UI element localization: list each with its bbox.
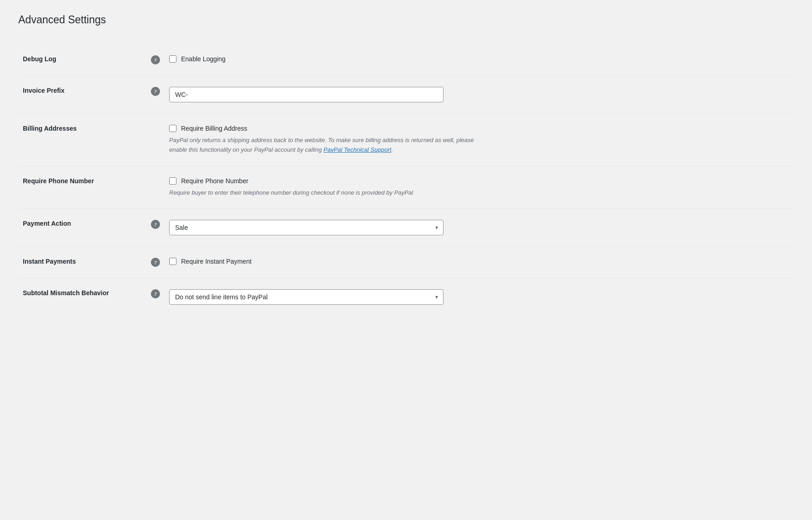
- debug-log-checkbox-row: Enable Logging: [169, 55, 789, 63]
- settings-table: Debug Log ? Enable Logging Invoice Prefi…: [18, 44, 794, 316]
- debug-log-row: Debug Log ? Enable Logging: [18, 44, 794, 76]
- require-phone-checkbox-label[interactable]: Require Phone Number: [181, 177, 248, 185]
- invoice-prefix-input[interactable]: [169, 87, 443, 102]
- billing-address-checkbox[interactable]: [169, 125, 176, 132]
- billing-addresses-description: PayPal only returns a shipping address b…: [169, 136, 489, 155]
- billing-address-checkbox-label[interactable]: Require Billing Address: [181, 125, 247, 132]
- invoice-prefix-label: Invoice Prefix: [23, 87, 64, 94]
- instant-payments-checkbox[interactable]: [169, 258, 176, 265]
- instant-payments-row: Instant Payments ? Require Instant Payme…: [18, 247, 794, 278]
- require-phone-checkbox-row: Require Phone Number: [169, 177, 789, 185]
- subtotal-mismatch-help-icon[interactable]: ?: [151, 289, 160, 298]
- subtotal-mismatch-row: Subtotal Mismatch Behavior ? Do not send…: [18, 278, 794, 316]
- payment-action-select-wrapper: Sale Authorize Order ▾: [169, 220, 443, 235]
- invoice-prefix-help-icon[interactable]: ?: [151, 87, 160, 96]
- page-title: Advanced Settings: [18, 14, 794, 31]
- instant-payments-checkbox-row: Require Instant Payment: [169, 258, 789, 265]
- require-phone-checkbox[interactable]: [169, 177, 176, 185]
- billing-addresses-label: Billing Addresses: [23, 125, 77, 132]
- billing-addresses-checkbox-row: Require Billing Address: [169, 125, 789, 132]
- payment-action-row: Payment Action ? Sale Authorize Order ▾: [18, 209, 794, 247]
- billing-addresses-row: Billing Addresses Require Billing Addres…: [18, 114, 794, 166]
- debug-log-help-icon[interactable]: ?: [151, 55, 160, 64]
- instant-payments-help-icon[interactable]: ?: [151, 258, 160, 267]
- debug-log-checkbox-label[interactable]: Enable Logging: [181, 55, 225, 63]
- subtotal-mismatch-select[interactable]: Do not send line items to PayPal Add an …: [169, 289, 443, 305]
- require-phone-row: Require Phone Number Require Phone Numbe…: [18, 166, 794, 209]
- invoice-prefix-row: Invoice Prefix ?: [18, 76, 794, 114]
- debug-log-label: Debug Log: [23, 55, 56, 63]
- require-phone-description: Require buyer to enter their telephone n…: [169, 188, 489, 198]
- require-phone-label: Require Phone Number: [23, 177, 94, 185]
- subtotal-mismatch-select-wrapper: Do not send line items to PayPal Add an …: [169, 289, 443, 305]
- paypal-support-link[interactable]: PayPal Technical Support: [323, 146, 391, 153]
- payment-action-help-icon[interactable]: ?: [151, 220, 160, 229]
- subtotal-mismatch-label: Subtotal Mismatch Behavior: [23, 289, 109, 297]
- debug-log-checkbox[interactable]: [169, 55, 176, 63]
- instant-payments-label: Instant Payments: [23, 258, 76, 265]
- payment-action-label: Payment Action: [23, 220, 71, 227]
- instant-payments-checkbox-label[interactable]: Require Instant Payment: [181, 258, 251, 265]
- payment-action-select[interactable]: Sale Authorize Order: [169, 220, 443, 235]
